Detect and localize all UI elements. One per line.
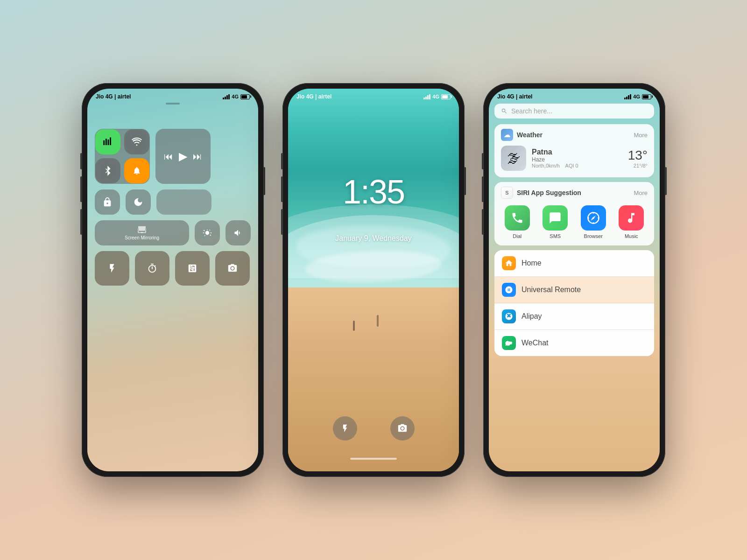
carrier-3: Jio 4G | airtel	[497, 93, 532, 100]
screen-mirror-label: Screen Mirroring	[125, 235, 159, 240]
volume-up-3[interactable]	[482, 176, 483, 202]
phone-1: Jio 4G | airtel 4G	[82, 83, 264, 477]
lock-flashlight-button[interactable]	[333, 416, 357, 441]
status-bar-1: Jio 4G | airtel 4G	[87, 89, 258, 102]
status-right-3: 4G	[624, 94, 651, 99]
cc-bottom-row	[95, 251, 251, 286]
bluetooth-button[interactable]	[95, 158, 120, 183]
screen-mirror-button[interactable]: Screen Mirroring	[95, 220, 189, 245]
prev-track-icon[interactable]: ⏮	[164, 151, 173, 162]
brightness-button[interactable]	[195, 220, 220, 245]
status-right-2: 4G	[423, 94, 451, 99]
control-center-panel: ⏮ ▶ ⏭	[87, 110, 258, 295]
control-center-bg: Jio 4G | airtel 4G	[87, 89, 258, 471]
play-pause-icon[interactable]: ▶	[179, 150, 187, 163]
phone-1-screen: Jio 4G | airtel 4G	[87, 89, 258, 471]
lock-bottom-icons	[288, 416, 459, 441]
flashlight-icon	[107, 263, 117, 273]
power-button-2[interactable]	[465, 167, 466, 195]
notification-button[interactable]	[124, 158, 149, 183]
calculator-icon	[187, 263, 197, 273]
volume-down-3[interactable]	[482, 209, 483, 235]
home-bar-2[interactable]	[350, 458, 397, 460]
volume-down-1[interactable]	[80, 209, 82, 235]
signal-1	[223, 94, 230, 99]
mute-switch-3[interactable]	[482, 153, 483, 169]
volume-up-1[interactable]	[80, 176, 82, 202]
volume-down-2[interactable]	[281, 209, 282, 235]
wifi-button[interactable]	[124, 129, 149, 154]
bluetooth-icon	[104, 166, 112, 176]
power-button-1[interactable]	[264, 167, 265, 195]
volume-button[interactable]	[226, 220, 251, 245]
battery-3	[642, 94, 651, 99]
status-bar-2: Jio 4G | airtel 4G	[288, 89, 459, 102]
status-bar-3: Jio 4G | airtel 4G	[489, 89, 660, 102]
connectivity-tile[interactable]	[95, 129, 150, 184]
lock-time-display: 1:35	[288, 173, 459, 211]
volume-icon	[233, 228, 243, 238]
volume-up-2[interactable]	[281, 176, 282, 202]
next-track-icon[interactable]: ⏭	[193, 151, 202, 162]
battery-2	[441, 94, 451, 99]
cc-row-2	[95, 189, 251, 215]
power-button-3[interactable]	[665, 167, 667, 195]
media-tile[interactable]: ⏮ ▶ ⏭	[155, 129, 211, 184]
status-right-1: 4G	[223, 94, 250, 99]
signal-3	[624, 94, 631, 99]
wifi-icon	[132, 137, 142, 147]
flashlight-button[interactable]	[95, 251, 129, 286]
brightness-icon	[203, 228, 212, 238]
phone-3-screen: Jio 4G | airtel 4G Search he	[489, 89, 660, 471]
do-not-disturb-button[interactable]	[126, 189, 151, 215]
carrier-1: Jio 4G | airtel	[96, 93, 131, 100]
airplay-tile[interactable]	[156, 189, 211, 215]
battery-1	[240, 94, 250, 99]
screen-lock-button[interactable]	[95, 189, 120, 215]
cc-row-1: ⏮ ▶ ⏭	[95, 129, 251, 184]
screen-mirror-icon	[137, 226, 147, 233]
network-1: 4G	[232, 94, 239, 99]
cellular-icon	[103, 137, 113, 147]
lock-screen-bg: Jio 4G | airtel 4G 1:35 January 9, Wedne…	[288, 89, 459, 471]
today-view-bg: Jio 4G | airtel 4G Search he	[489, 89, 660, 471]
network-3: 4G	[633, 94, 640, 99]
lock-date-display: January 9, Wednesday	[288, 234, 459, 243]
screen-lock-icon	[102, 197, 113, 207]
timer-icon	[147, 263, 157, 273]
mute-switch-2[interactable]	[281, 153, 282, 169]
camera-button-cc[interactable]	[215, 251, 250, 286]
cc-row-3: Screen Mirroring	[95, 220, 251, 245]
signal-2	[423, 94, 430, 99]
person-2	[377, 315, 379, 327]
calculator-button[interactable]	[175, 251, 210, 286]
lock-camera-icon	[397, 423, 408, 434]
camera-icon-cc	[227, 263, 238, 273]
network-2: 4G	[432, 94, 439, 99]
carrier-2: Jio 4G | airtel	[296, 93, 331, 100]
timer-button[interactable]	[135, 251, 169, 286]
cellular-button[interactable]	[95, 129, 120, 154]
sand	[288, 287, 459, 471]
mute-switch-1[interactable]	[80, 153, 82, 169]
person-1	[353, 321, 355, 331]
moon-icon	[133, 197, 143, 207]
phone-2: Jio 4G | airtel 4G 1:35 January 9, Wedne…	[282, 83, 465, 477]
lock-flashlight-icon	[340, 424, 350, 433]
notification-icon	[132, 166, 141, 176]
lock-camera-button[interactable]	[390, 416, 415, 441]
phone-2-screen: Jio 4G | airtel 4G 1:35 January 9, Wedne…	[288, 89, 459, 471]
today-overlay	[489, 89, 660, 471]
phone-3: Jio 4G | airtel 4G Search he	[483, 83, 665, 477]
